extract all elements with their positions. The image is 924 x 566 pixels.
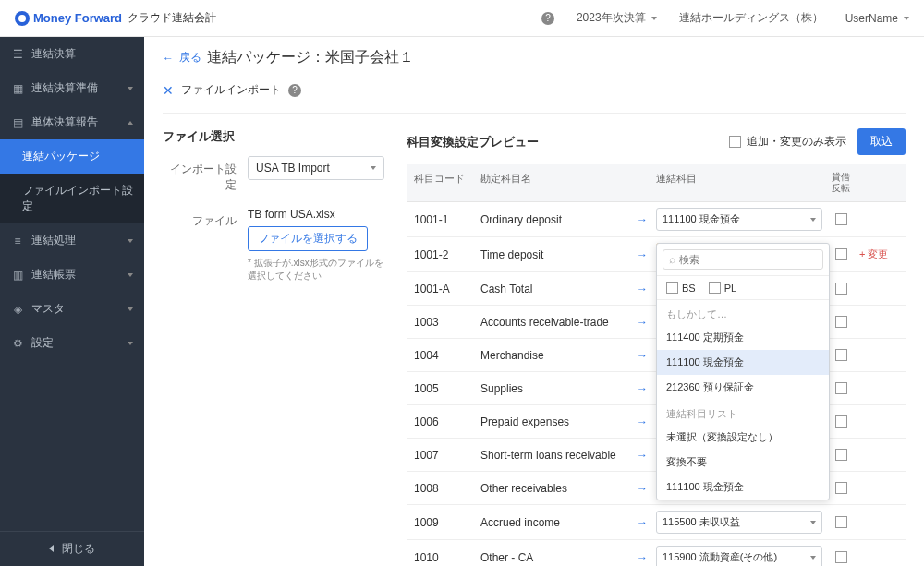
arrow-right-icon[interactable]: → [637, 283, 648, 295]
flip-checkbox[interactable] [835, 213, 847, 225]
sidebar-item-package[interactable]: 連結パッケージ [0, 139, 144, 174]
dropdown-item[interactable]: 111400 定期預金 [657, 325, 829, 350]
account-select[interactable]: 111100 現金預金 [656, 208, 822, 231]
grid-icon: ▦ [11, 82, 24, 95]
breadcrumb: ← 戻る 連結パッケージ：米国子会社１ [163, 44, 906, 75]
dropdown-item[interactable]: 111100 現金預金 [657, 350, 829, 375]
show-changes-label: 追加・変更のみ表示 [747, 134, 846, 150]
cell-code: 1005 [407, 382, 480, 395]
filter-bs[interactable]: BS [666, 282, 696, 294]
user-menu[interactable]: UserName [845, 12, 909, 25]
logo-icon [15, 11, 30, 26]
cell-code: 1001-1 [407, 213, 480, 226]
flip-checkbox[interactable] [835, 449, 847, 461]
logo-product: クラウド連結会計 [128, 10, 216, 26]
chevron-down-icon [810, 218, 816, 222]
arrow-right-icon[interactable]: → [637, 482, 648, 495]
flip-checkbox[interactable] [835, 349, 847, 361]
page-title: 連結パッケージ：米国子会社１ [207, 48, 414, 67]
help-icon[interactable]: ? [541, 12, 554, 25]
dropdown-item[interactable]: 変換不要 [657, 450, 829, 475]
arrow-right-icon[interactable]: → [637, 449, 648, 462]
arrow-right-icon[interactable]: → [637, 516, 648, 529]
arrow-right-icon[interactable]: → [637, 213, 648, 226]
arrow-right-icon[interactable]: → [637, 551, 648, 564]
table-row: 1009Accrued income→115500 未収収益 [407, 505, 906, 540]
flip-checkbox[interactable] [835, 248, 847, 260]
account-value: 115900 流動資産(その他) [663, 550, 777, 564]
dropdown-search-input[interactable] [679, 254, 817, 265]
database-icon: ◈ [11, 303, 24, 316]
back-link[interactable]: 戻る [179, 50, 201, 66]
flip-checkbox[interactable] [835, 382, 847, 394]
sidebar-item-label: 単体決算報告 [31, 114, 98, 130]
flip-checkbox[interactable] [835, 415, 847, 428]
import-setting-select[interactable]: USA TB Import [248, 156, 384, 180]
col-flip: 貸借反転 [822, 172, 859, 194]
cell-code: 1001-A [407, 283, 480, 295]
dropdown-item[interactable]: 未選択（変換設定なし） [657, 425, 829, 450]
period-selector[interactable]: 2023年次決算 [577, 10, 657, 26]
arrow-right-icon[interactable]: → [637, 349, 648, 362]
arrow-right-icon[interactable]: → [637, 248, 648, 261]
back-arrow-icon[interactable]: ← [163, 52, 174, 65]
preview-title: 科目変換設定プレビュー [407, 134, 539, 151]
bars-icon: ☰ [11, 48, 24, 61]
dropdown-search[interactable]: ⌕ [663, 249, 823, 270]
cell-name: Merchandise [480, 349, 628, 362]
account-select[interactable]: 115500 未収収益 [656, 511, 822, 534]
flip-checkbox[interactable] [835, 283, 847, 295]
search-icon: ⌕ [669, 253, 675, 266]
sidebar-close-label: 閉じる [62, 542, 95, 555]
cell-name: Prepaid expenses [480, 415, 628, 428]
table-row: 1001-1Ordinary deposit→111100 現金預金 [407, 202, 906, 237]
sidebar-item-prep[interactable]: ▦連結決算準備 [0, 71, 144, 105]
arrow-right-icon[interactable]: → [637, 382, 648, 395]
account-select[interactable]: 115900 流動資産(その他) [656, 546, 822, 566]
flip-checkbox[interactable] [835, 516, 847, 528]
dropdown-item[interactable]: 212360 預り保証金 [657, 375, 829, 400]
filter-pl[interactable]: PL [709, 282, 736, 294]
change-badge: + 変更 [859, 247, 906, 261]
choose-file-button[interactable]: ファイルを選択する [248, 226, 368, 251]
sidebar-item-label: 連結決算準備 [31, 80, 98, 96]
cell-name: Cash Total [480, 283, 628, 295]
sidebar-item-label: 連結決算 [31, 46, 76, 62]
flip-checkbox[interactable] [835, 482, 847, 494]
collapse-icon [49, 545, 54, 552]
file-select-title: ファイル選択 [163, 128, 384, 145]
cell-name: Ordinary deposit [480, 213, 628, 226]
file-name: TB form USA.xlsx [248, 208, 384, 221]
flip-checkbox[interactable] [835, 551, 847, 563]
sidebar-item-settings[interactable]: ⚙設定 [0, 326, 144, 360]
doc-icon: ▤ [11, 116, 24, 129]
file-label: ファイル [163, 208, 237, 229]
flip-checkbox[interactable] [835, 316, 847, 328]
show-changes-toggle[interactable]: 追加・変更のみ表示 [729, 134, 846, 150]
account-value: 115500 未収収益 [663, 515, 740, 529]
sidebar-item-process[interactable]: ≡連結処理 [0, 223, 144, 258]
arrow-right-icon[interactable]: → [637, 316, 648, 329]
cell-code: 1009 [407, 516, 480, 529]
col-account: 連結科目 [656, 172, 822, 194]
gear-icon: ⚙ [11, 337, 24, 350]
apply-button[interactable]: 取込 [857, 128, 906, 155]
sidebar-item-import-settings[interactable]: ファイルインポート設定 [0, 174, 144, 223]
file-hint: * 拡張子が.xlsx形式のファイルを選択してください [248, 257, 384, 283]
sidebar-item-label: マスタ [31, 301, 65, 317]
close-icon[interactable]: ✕ [163, 83, 174, 98]
chevron-down-icon [810, 556, 816, 560]
dropdown-item[interactable]: 111100 現金預金 [657, 475, 829, 500]
sidebar-collapse[interactable]: 閉じる [0, 531, 144, 566]
sidebar-item-master[interactable]: ◈マスタ [0, 292, 144, 326]
chevron-up-icon [128, 121, 133, 125]
sidebar: ☰連結決算 ▦連結決算準備 ▤単体決算報告 連結パッケージ ファイルインポート設… [0, 37, 144, 566]
sidebar-item-standalone[interactable]: ▤単体決算報告 [0, 105, 144, 139]
sidebar-item-consolidated[interactable]: ☰連結決算 [0, 37, 144, 71]
sidebar-item-reports[interactable]: ▥連結帳票 [0, 258, 144, 292]
help-icon[interactable]: ? [288, 84, 301, 97]
cell-name: Short-term loans receivable [480, 449, 628, 462]
dropdown-suggest-label: もしかして… [657, 300, 829, 325]
list-icon: ≡ [11, 235, 24, 247]
arrow-right-icon[interactable]: → [637, 415, 648, 428]
